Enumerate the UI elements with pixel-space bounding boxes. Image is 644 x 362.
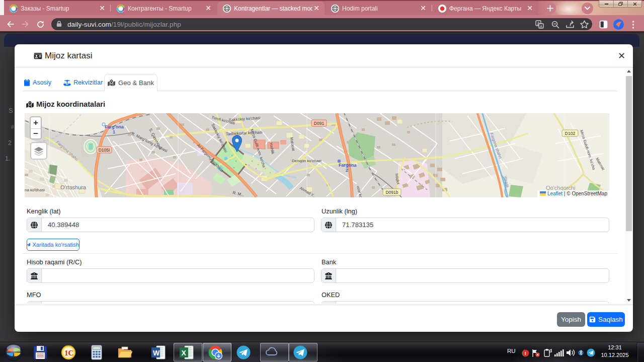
- svg-text:X: X: [182, 349, 187, 357]
- svg-text:D091: D091: [314, 121, 325, 126]
- svg-text:Farg'ona: Farg'ona: [105, 124, 124, 129]
- svg-text:1: 1: [113, 129, 115, 134]
- svg-text:Dehqon ko'chasi: Dehqon ko'chasi: [292, 159, 321, 163]
- svg-text:2: 2: [346, 168, 348, 173]
- svg-text:O'rtashura: O'rtashura: [60, 184, 87, 190]
- svg-text:!: !: [525, 351, 526, 356]
- svg-text:D105I: D105I: [99, 148, 110, 153]
- svg-text:sna ko'chasi: sna ko'chasi: [25, 188, 45, 192]
- svg-text:D102: D102: [565, 131, 576, 136]
- svg-text:A: A: [540, 24, 542, 29]
- svg-text:D091b: D091b: [385, 190, 398, 195]
- svg-text:W: W: [153, 349, 160, 357]
- svg-text:1С: 1С: [64, 349, 73, 357]
- svg-text:Fargona: Fargona: [339, 163, 357, 168]
